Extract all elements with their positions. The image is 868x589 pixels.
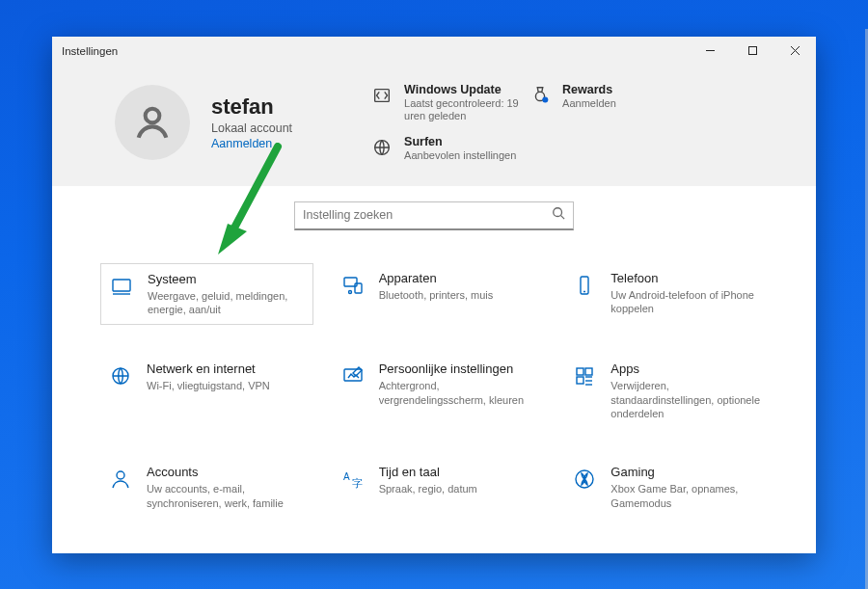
window-title: Instellingen [62,45,118,57]
svg-rect-19 [344,369,362,381]
titlebar: Instellingen [52,37,816,66]
category-desc: Bluetooth, printers, muis [379,288,494,302]
gaming-icon [570,465,599,494]
globe-icon [106,361,135,390]
rewards-tile[interactable]: Rewards Aanmelden [528,83,682,124]
tile-title: Surfen [404,135,516,148]
globe-icon [369,135,394,160]
svg-line-10 [561,216,565,220]
svg-rect-1 [748,47,756,55]
paintbrush-icon [339,361,367,390]
category-title: Apps [610,361,768,376]
category-title: Telefoon [610,271,768,285]
tile-title: Rewards [562,83,616,96]
category-title: Persoonlijke instellingen [379,361,536,376]
header: stefan Lokaal account Aanmelden Windows … [52,66,816,186]
tile-title: Windows Update [404,83,520,96]
category-systeem[interactable]: Systeem Weergave, geluid, meldingen, ene… [100,263,313,326]
category-title: Gaming [610,465,768,479]
category-title: Accounts [147,465,304,479]
category-title: Apparaten [379,271,494,285]
category-accounts[interactable]: Accounts Uw accounts, e-mail, synchronis… [100,457,313,518]
settings-window: Instellingen stefan Lokaal account Aanme… [52,37,816,553]
tile-sub: Aanbevolen instellingen [404,149,516,163]
category-title: Tijd en taal [379,465,477,479]
close-button[interactable] [773,37,816,66]
svg-point-9 [554,208,562,217]
display-icon [107,272,136,301]
category-desc: Xbox Game Bar, opnames, Gamemodus [610,482,768,510]
tile-sub: Aanmelden [562,97,616,111]
svg-point-15 [348,290,351,293]
category-title: Systeem [148,272,303,286]
windows-update-tile[interactable]: Windows Update Laatst gecontroleerd: 19 … [369,83,524,124]
user-name: stefan [211,94,292,120]
category-gaming[interactable]: Gaming Xbox Game Bar, opnames, Gamemodus [564,457,777,518]
svg-rect-21 [585,368,592,375]
apps-icon [570,361,599,390]
account-type: Lokaal account [211,121,292,135]
svg-rect-11 [113,280,130,291]
update-icon [369,83,394,108]
category-desc: Verwijderen, standaardinstellingen, opti… [610,379,768,420]
category-desc: Weergave, geluid, meldingen, energie, aa… [148,289,303,317]
category-apparaten[interactable]: Apparaten Bluetooth, printers, muis [333,263,546,326]
category-apps[interactable]: Apps Verwijderen, standaardinstellingen,… [564,354,777,428]
tile-sub: Laatst gecontroleerd: 19 uren geleden [404,97,520,124]
phone-icon [570,271,599,300]
category-desc: Wi-Fi, vliegtuigstand, VPN [147,379,270,392]
category-desc: Uw accounts, e-mail, synchroniseren, wer… [147,482,304,510]
svg-rect-20 [577,368,583,375]
search-input[interactable] [303,208,552,222]
maximize-button[interactable] [731,37,773,66]
category-desc: Uw Android-telefoon of iPhone koppelen [610,288,768,316]
category-personalisatie[interactable]: Persoonlijke instellingen Achtergrond, v… [333,354,546,428]
devices-icon [339,271,367,300]
svg-rect-22 [577,377,583,384]
search-icon [552,206,565,224]
sign-in-link[interactable]: Aanmelden [211,137,292,150]
avatar[interactable] [115,85,190,160]
surf-tile[interactable]: Surfen Aanbevolen instellingen [369,135,524,163]
user-block: stefan Lokaal account Aanmelden [211,94,292,150]
person-icon [106,465,135,494]
category-desc: Achtergrond, vergrendelingsscherm, kleur… [379,379,536,407]
language-icon: A字 [339,465,367,494]
svg-point-7 [542,96,548,102]
category-telefoon[interactable]: Telefoon Uw Android-telefoon of iPhone k… [564,263,777,326]
category-title: Netwerk en internet [147,361,270,376]
category-desc: Spraak, regio, datum [379,482,477,495]
svg-point-26 [117,471,124,479]
rewards-icon [528,83,553,108]
svg-text:A: A [343,471,350,482]
search-box[interactable] [294,201,574,230]
svg-rect-14 [355,283,362,293]
category-netwerk[interactable]: Netwerk en internet Wi-Fi, vliegtuigstan… [100,354,313,428]
person-icon [132,102,173,143]
svg-point-4 [146,109,160,123]
main: Systeem Weergave, geluid, meldingen, ene… [52,186,816,553]
minimize-button[interactable] [689,37,731,66]
svg-text:字: 字 [352,477,363,489]
category-tijd-taal[interactable]: A字 Tijd en taal Spraak, regio, datum [333,457,546,518]
